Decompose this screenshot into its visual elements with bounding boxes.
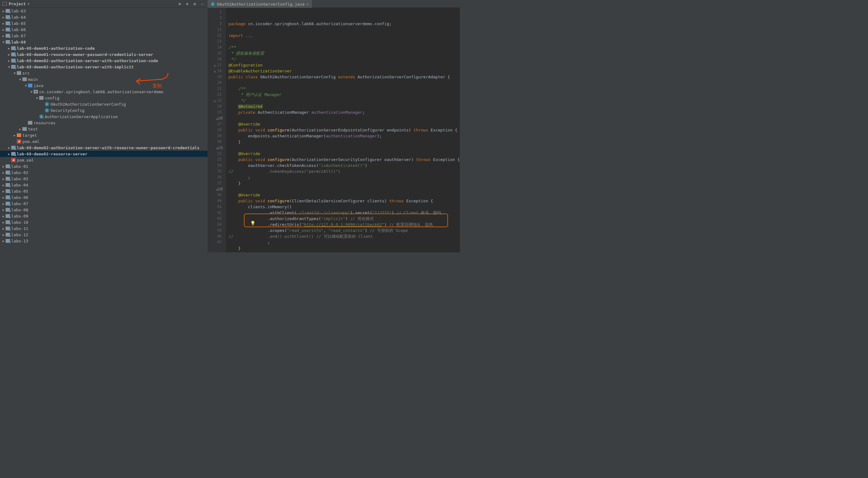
- chevron-right-icon[interactable]: ▶: [1, 34, 6, 38]
- tree-item[interactable]: ▶labx-04: [0, 182, 208, 188]
- chevron-right-icon[interactable]: ▶: [7, 46, 11, 50]
- chevron-down-icon[interactable]: ▼: [29, 90, 34, 94]
- code-line[interactable]: public void configure(AuthorizationServe…: [228, 157, 460, 163]
- code-line[interactable]: private AuthenticationManager authentica…: [228, 109, 460, 115]
- line-number[interactable]: 21: [208, 86, 221, 92]
- line-number[interactable]: 14: [208, 44, 221, 50]
- code-line[interactable]: }: [228, 139, 460, 145]
- chevron-right-icon[interactable]: ▶: [1, 171, 6, 174]
- chevron-right-icon[interactable]: ▶: [1, 214, 6, 218]
- chevron-right-icon[interactable]: ▶: [1, 9, 6, 13]
- tree-item[interactable]: ▶lab-68-demo02-resource-server: [0, 151, 208, 157]
- tree-item[interactable]: ▶labx-12: [0, 232, 208, 238]
- chevron-right-icon[interactable]: ▶: [1, 221, 6, 224]
- chevron-right-icon[interactable]: ▶: [1, 233, 6, 237]
- intention-bulb-icon[interactable]: 💡: [250, 220, 255, 226]
- line-number[interactable]: 2: [208, 15, 221, 21]
- tree-item[interactable]: ▼src: [0, 70, 208, 76]
- chevron-down-icon[interactable]: ▼: [18, 78, 22, 81]
- line-number[interactable]: 18⊙: [208, 68, 221, 74]
- code-line[interactable]: .redirectUris("http://127.0.0.1:9090/cal…: [228, 221, 460, 228]
- tree-item[interactable]: ▼java: [0, 82, 208, 89]
- code-line[interactable]: import ...: [228, 33, 460, 38]
- code-line[interactable]: @EnableAuthorizationServer: [228, 68, 460, 74]
- tree-item[interactable]: ▶lab-68-demo02-authorization-server-with…: [0, 58, 208, 64]
- settings-icon[interactable]: ⚙: [192, 1, 197, 6]
- locate-icon[interactable]: ⊕: [177, 1, 183, 6]
- code-line[interactable]: @Override: [228, 121, 460, 127]
- chevron-right-icon[interactable]: ▶: [7, 146, 11, 149]
- tree-item[interactable]: ▼config: [0, 95, 208, 101]
- code-line[interactable]: .scopes("read_userinfo", "read_contacts"…: [228, 228, 460, 233]
- tree-item[interactable]: cOAuth2AuthorizationServerConfig: [0, 101, 208, 107]
- tree-item[interactable]: ▼lab-68-demo02-authorization-server-with…: [0, 64, 208, 70]
- chevron-down-icon[interactable]: ▼: [28, 2, 30, 6]
- tree-item[interactable]: ▶labx-03: [0, 176, 208, 182]
- line-number[interactable]: 33: [208, 157, 221, 163]
- tree-item[interactable]: ▼cn.iocoder.springboot.lab68.authorizati…: [0, 89, 208, 95]
- line-number[interactable]: 20: [208, 80, 221, 86]
- line-number[interactable]: 45: [208, 228, 221, 233]
- line-number[interactable]: 29: [208, 133, 221, 139]
- line-number[interactable]: 27: [208, 121, 221, 127]
- code-line[interactable]: * 用户认证 Manager: [228, 92, 460, 98]
- chevron-right-icon[interactable]: ▶: [7, 53, 11, 56]
- line-number[interactable]: 19: [208, 74, 221, 80]
- chevron-right-icon[interactable]: ▶: [7, 152, 11, 156]
- tree-item[interactable]: ▶labx-07: [0, 201, 208, 207]
- chevron-right-icon[interactable]: ▶: [1, 196, 6, 199]
- line-number[interactable]: 47: [208, 239, 221, 245]
- tree-item[interactable]: mpom.xml: [0, 138, 208, 144]
- chevron-down-icon[interactable]: ▼: [1, 40, 6, 44]
- line-number[interactable]: 46: [208, 233, 221, 239]
- tree-item[interactable]: ▶lab-68-demo02-authorization-server-with…: [0, 144, 208, 151]
- tree-item[interactable]: ▶lab-66: [0, 26, 208, 33]
- code-line[interactable]: }: [228, 180, 460, 186]
- hide-icon[interactable]: —: [199, 1, 205, 6]
- tree-item[interactable]: resources: [0, 120, 208, 126]
- code-line[interactable]: */: [228, 56, 460, 62]
- line-number[interactable]: 30: [208, 139, 221, 145]
- tree-item[interactable]: ▶labx-11: [0, 225, 208, 232]
- code-line[interactable]: /**: [228, 44, 460, 50]
- line-number[interactable]: 38o↑@: [208, 186, 221, 192]
- line-number[interactable]: 3: [208, 21, 221, 27]
- code-line[interactable]: [228, 115, 460, 121]
- tree-item[interactable]: ▶labx-13: [0, 238, 208, 244]
- code-line[interactable]: * 授权服务器配置: [228, 50, 460, 56]
- chevron-right-icon[interactable]: ▶: [1, 183, 6, 187]
- code-line[interactable]: @Override: [228, 192, 460, 198]
- code-line[interactable]: @Configuration: [228, 62, 460, 68]
- tree-item[interactable]: ▼lab-68: [0, 39, 208, 45]
- tree-item[interactable]: mpom.xml: [0, 157, 208, 163]
- code-line[interactable]: @Autowired: [228, 103, 460, 109]
- line-number[interactable]: 25: [208, 109, 221, 115]
- chevron-right-icon[interactable]: ▶: [18, 128, 22, 131]
- line-number[interactable]: 12: [208, 33, 221, 38]
- close-icon[interactable]: ×: [306, 2, 309, 6]
- line-number[interactable]: 17⊙: [208, 62, 221, 68]
- chevron-right-icon[interactable]: ▶: [1, 165, 6, 168]
- line-number[interactable]: 31o↑@: [208, 145, 221, 151]
- chevron-down-icon[interactable]: ▼: [12, 71, 17, 75]
- expand-icon[interactable]: ≑: [185, 1, 190, 6]
- chevron-right-icon[interactable]: ▶: [1, 239, 6, 243]
- code-line[interactable]: /**: [228, 86, 460, 92]
- line-number[interactable]: 26o↑@: [208, 115, 221, 121]
- chevron-right-icon[interactable]: ▶: [1, 15, 6, 19]
- line-number[interactable]: 28: [208, 127, 221, 133]
- line-number[interactable]: 15: [208, 50, 221, 56]
- code-line[interactable]: @Override: [228, 151, 460, 157]
- code-line[interactable]: }: [228, 245, 460, 251]
- tree-item[interactable]: ▶lab-63: [0, 8, 208, 14]
- editor-tab[interactable]: c OAuth2AuthorizationServerConfig.java ×: [208, 0, 312, 8]
- chevron-right-icon[interactable]: ▶: [7, 59, 11, 63]
- line-number[interactable]: 1: [208, 9, 221, 15]
- code-line[interactable]: clients.inMemory(): [228, 204, 460, 210]
- code-line[interactable]: .authorizedGrantTypes("implicit") // 简化模…: [228, 216, 460, 221]
- line-number[interactable]: 11: [208, 27, 221, 33]
- code-line[interactable]: endpoints.authenticationManager(authenti…: [228, 133, 460, 139]
- tree-item[interactable]: ▶lab-65: [0, 20, 208, 26]
- code-line[interactable]: oauthServer.checkTokenAccess("isAuthenti…: [228, 163, 460, 168]
- project-tree[interactable]: ▶lab-63▶lab-64▶lab-65▶lab-66▶lab-67▼lab-…: [0, 8, 208, 252]
